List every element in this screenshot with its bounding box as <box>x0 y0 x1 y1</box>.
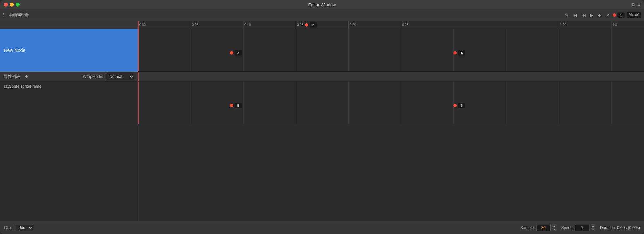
speed-container: Speed: ▲ ▼ <box>561 224 595 231</box>
tick-3: 0:15 <box>296 21 303 29</box>
grid-line-p9 <box>611 82 611 124</box>
bottom-bar: Clip: ddd Sample: ▲ ▼ Speed: ▲ ▼ Du <box>0 221 644 234</box>
speed-down-arrow[interactable]: ▼ <box>591 228 595 231</box>
property-row: cc.Sprite.spriteFrame <box>0 82 138 124</box>
sample-input[interactable] <box>536 224 551 231</box>
duration-text: Duration: 0.00s (0.00s) <box>600 225 640 230</box>
badge-4: 4 <box>458 50 465 56</box>
tracks-left: New Node 属性列表 + WrapMode: Normal Wrap Pi… <box>0 29 138 221</box>
grid-line-5 <box>401 29 401 71</box>
red-dot-2 <box>305 23 308 27</box>
grid-line-9 <box>611 29 611 71</box>
red-dot-4 <box>453 51 457 55</box>
sample-label: Sample: <box>520 225 535 230</box>
properties-separator: 属性列表 + WrapMode: Normal Wrap PingPong De… <box>0 72 138 82</box>
panel-grip-icon: ⠿ <box>3 12 6 18</box>
node-row[interactable]: New Node <box>0 29 138 72</box>
wrap-mode-container: WrapMode: Normal Wrap PingPong Default <box>83 73 134 80</box>
maximize-button[interactable] <box>16 3 20 7</box>
wrap-mode-label: WrapMode: <box>83 74 103 79</box>
keyframe-indicator-1: 1 <box>613 12 625 18</box>
red-dot-5 <box>230 104 233 107</box>
property-track-right[interactable]: 5 6 <box>138 82 644 124</box>
export-icon[interactable]: ↗ <box>605 12 611 18</box>
playhead-line-node <box>138 29 139 71</box>
ruler-playhead <box>138 21 139 29</box>
keyframe-6: 6 <box>453 103 465 108</box>
grid-line-3 <box>296 29 296 71</box>
grid-line-4 <box>348 29 349 71</box>
keyframe-3: 3 <box>230 50 242 56</box>
window-title: Editor Window <box>308 2 336 7</box>
grid-line-8 <box>559 29 559 71</box>
grid-line-p2 <box>243 82 243 124</box>
property-grid-lines <box>138 82 644 124</box>
speed-label: Speed: <box>561 225 574 230</box>
property-name: cc.Sprite.spriteFrame <box>4 84 41 89</box>
wrap-mode-select[interactable]: Normal Wrap PingPong Default <box>106 73 134 80</box>
traffic-lights <box>4 3 20 7</box>
ruler-spacer <box>0 21 138 29</box>
red-dot-1 <box>613 13 616 17</box>
play-icon[interactable]: ▶ <box>589 12 594 18</box>
node-name: New Node <box>4 48 25 53</box>
grid-line-7 <box>506 29 506 71</box>
sample-up-arrow[interactable]: ▲ <box>552 224 557 227</box>
tick-1: 0:05 <box>191 21 198 29</box>
grid-line-p4 <box>348 82 349 124</box>
keyframe-4: 4 <box>453 50 465 56</box>
speed-up-arrow[interactable]: ▲ <box>591 224 595 227</box>
step-forward-icon[interactable]: ⏭ <box>596 12 603 18</box>
grid-line-p1 <box>191 82 191 124</box>
playhead-separator <box>138 72 139 81</box>
speed-spin-arrows: ▲ ▼ <box>591 224 595 231</box>
separator-track <box>138 72 644 82</box>
add-property-icon[interactable]: + <box>25 74 28 80</box>
playhead-line-prop <box>138 82 139 124</box>
tracks-container: New Node 属性列表 + WrapMode: Normal Wrap Pi… <box>0 29 644 221</box>
clip-select[interactable]: ddd <box>15 224 33 231</box>
minimize-button[interactable] <box>10 3 14 7</box>
node-grid-lines <box>138 29 644 71</box>
step-back-icon[interactable]: ⏭ <box>580 12 587 18</box>
ruler-keyframe-2: 2 <box>305 22 317 28</box>
badge-2: 2 <box>310 22 317 28</box>
keyframe-5: 5 <box>230 103 242 108</box>
grid-line-p7 <box>506 82 506 124</box>
sample-spin-arrows: ▲ ▼ <box>552 224 557 231</box>
title-bar: Editor Window ⧉ ≡ <box>0 0 644 9</box>
grid-line-p5 <box>401 82 401 124</box>
speed-input[interactable] <box>575 224 589 231</box>
tick-4: 0:20 <box>348 21 356 29</box>
properties-title: 属性列表 <box>3 74 20 80</box>
copy-icon[interactable]: ⧉ <box>632 2 635 8</box>
tick-5: 0:25 <box>401 21 408 29</box>
clip-label: Clip: <box>4 225 12 230</box>
grid-line-p8 <box>559 82 559 124</box>
ruler-track[interactable]: 0:00 0:05 0:10 0:15 2 0:20 0:25 1:00 1:0 <box>138 21 644 29</box>
skip-start-icon[interactable]: ⏮ <box>572 12 578 18</box>
grid-line-p3 <box>296 82 296 124</box>
tick-0: 0:00 <box>138 21 146 29</box>
sample-down-arrow[interactable]: ▼ <box>552 228 557 231</box>
main-container: ⠿ 动画编辑器 ✎ ⏮ ⏭ ▶ ⏭ ↗ 1 00-00 0:00 0:05 0:… <box>0 9 644 234</box>
badge-5: 5 <box>235 103 242 108</box>
badge-1: 1 <box>617 12 625 18</box>
edit-icon[interactable]: ✎ <box>564 12 570 18</box>
timecode-display: 00-00 <box>627 12 641 18</box>
node-track-right[interactable]: 3 4 <box>138 29 644 72</box>
sample-container: Sample: ▲ ▼ <box>520 224 557 231</box>
close-button[interactable] <box>4 3 8 7</box>
grid-line-1 <box>191 29 191 71</box>
tick-6: 1:00 <box>559 21 566 29</box>
toolbar: ⠿ 动画编辑器 ✎ ⏮ ⏭ ▶ ⏭ ↗ 1 00-00 <box>0 9 644 21</box>
panel-title: 动画编辑器 <box>9 12 29 18</box>
tracks-right: 3 4 <box>138 29 644 221</box>
grid-line-2 <box>243 29 243 71</box>
menu-icon[interactable]: ≡ <box>637 2 640 7</box>
timeline-section: 0:00 0:05 0:10 0:15 2 0:20 0:25 1:00 1:0 <box>0 21 644 221</box>
title-right-icons: ⧉ ≡ <box>632 2 640 8</box>
tick-7: 1:0 <box>611 21 617 29</box>
tick-2: 0:10 <box>243 21 251 29</box>
badge-3: 3 <box>235 50 242 56</box>
